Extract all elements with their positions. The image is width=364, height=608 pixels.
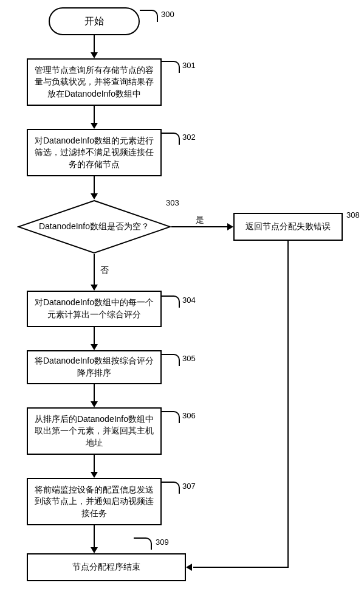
node-304-text: 对DatanodeInfo数组中的每一个元素计算出一个综合评分 [34, 297, 154, 320]
start-node: 开始 [49, 7, 140, 35]
start-label: 开始 [84, 15, 104, 28]
arrow-302-303 [94, 176, 95, 195]
node-306: 从排序后的DatanodeInfo数组中取出第一个元素，并返回其主机地址 [27, 407, 162, 455]
arrowhead-305-306 [91, 401, 98, 407]
ref-308: 308 [346, 210, 360, 219]
arrowhead-303-304 [91, 285, 98, 291]
ref-304: 304 [182, 295, 196, 305]
ref-301: 301 [182, 61, 196, 70]
node-307: 将前端监控设备的配置信息发送到该节点上，并通知启动视频连接任务 [27, 478, 162, 525]
arrow-304-305 [94, 327, 95, 345]
node-309: 节点分配程序结束 [27, 553, 186, 581]
arrowhead-304-305 [91, 344, 98, 350]
ref-300: 300 [161, 10, 174, 19]
ref-302: 302 [182, 133, 196, 142]
arrow-303-304 [94, 254, 95, 286]
ref-hook-302 [162, 133, 180, 145]
arrowhead-306-307 [91, 472, 98, 478]
arrow-307-309 [94, 525, 95, 548]
arrow-308-v [287, 241, 289, 567]
node-302-text: 对DatanodeInfo数组的元素进行筛选，过滤掉不满足视频连接任务的存储节点 [34, 135, 154, 171]
ref-306: 306 [182, 411, 196, 420]
node-309-text: 节点分配程序结束 [72, 561, 140, 573]
arrowhead-301-302 [91, 123, 98, 129]
node-304: 对DatanodeInfo数组中的每一个元素计算出一个综合评分 [27, 291, 162, 327]
ref-303: 303 [166, 198, 179, 207]
node-305-text: 将DatanodeInfo数组按综合评分降序排序 [34, 355, 154, 379]
node-305: 将DatanodeInfo数组按综合评分降序排序 [27, 350, 162, 384]
arrowhead-307-309 [91, 547, 98, 553]
ref-hook-300 [140, 10, 158, 22]
node-302: 对DatanodeInfo数组的元素进行筛选，过滤掉不满足视频连接任务的存储节点 [27, 129, 162, 176]
arrow-300-301 [94, 35, 95, 54]
node-301: 管理节点查询所有存储节点的容量与负载状况，并将查询结果存放在DatanodeIn… [27, 58, 162, 106]
arrow-303-308-h [171, 226, 228, 227]
node-301-text: 管理节点查询所有存储节点的容量与负载状况，并将查询结果存放在DatanodeIn… [34, 64, 154, 100]
ref-hook-301 [162, 61, 180, 73]
arrow-308-h [193, 567, 289, 568]
arrow-306-307 [94, 455, 95, 473]
node-303-text: DatanodeInfo数组是否为空？ [39, 221, 149, 232]
ref-305: 305 [182, 354, 196, 363]
ref-307: 307 [182, 482, 196, 491]
arrowhead-300-301 [91, 52, 98, 58]
ref-hook-307 [162, 482, 180, 494]
edge-yes: 是 [196, 215, 204, 226]
node-307-text: 将前端监控设备的配置信息发送到该节点上，并通知启动视频连接任务 [34, 484, 154, 520]
node-308-text: 返回节点分配失败错误 [246, 221, 331, 233]
ref-hook-304 [162, 295, 180, 308]
arrowhead-308-309 [186, 564, 192, 571]
ref-hook-306 [162, 411, 180, 423]
ref-309: 309 [156, 537, 169, 547]
ref-hook-305 [162, 354, 180, 366]
arrowhead-302-303 [91, 193, 98, 199]
node-303-decision: DatanodeInfo数组是否为空？ [17, 199, 171, 254]
node-308: 返回节点分配失败错误 [233, 213, 343, 241]
node-306-text: 从排序后的DatanodeInfo数组中取出第一个元素，并返回其主机地址 [34, 413, 154, 449]
arrow-301-302 [94, 106, 95, 124]
edge-no: 否 [100, 265, 109, 276]
ref-hook-309 [134, 537, 152, 550]
arrowhead-303-308 [227, 223, 233, 230]
arrow-305-306 [94, 384, 95, 402]
